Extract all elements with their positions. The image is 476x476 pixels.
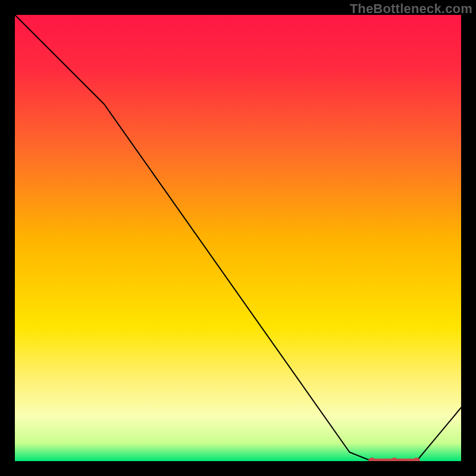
chart-frame: TheBottleneck.com — [0, 0, 476, 476]
chart-svg — [15, 15, 461, 461]
plot-area — [15, 15, 461, 461]
